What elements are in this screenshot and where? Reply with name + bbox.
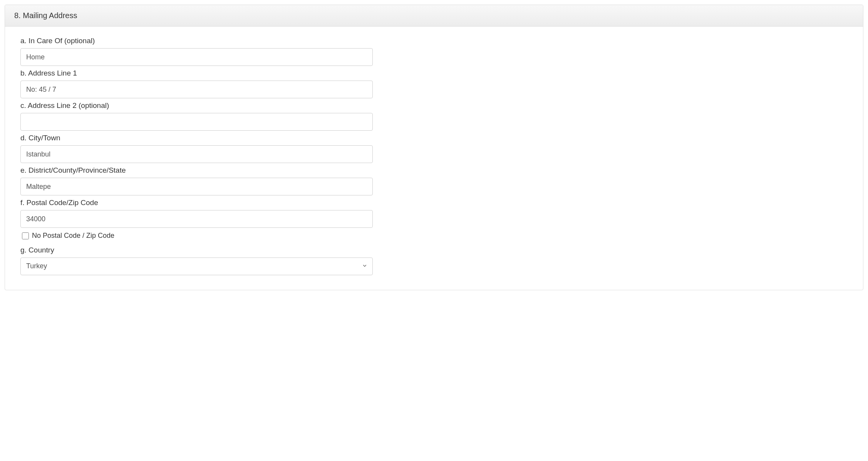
city-row: d. City/Town [20,134,848,163]
postal-row: f. Postal Code/Zip Code No Postal Code /… [20,199,848,240]
section-title: 8. Mailing Address [5,5,863,27]
no-postal-label: No Postal Code / Zip Code [32,232,114,240]
postal-input[interactable] [20,210,373,228]
address-line-1-label: b. Address Line 1 [20,69,848,77]
in-care-of-row: a. In Care Of (optional) [20,37,848,66]
postal-label: f. Postal Code/Zip Code [20,199,848,207]
form-body: a. In Care Of (optional) b. Address Line… [5,27,863,290]
address-line-1-row: b. Address Line 1 [20,69,848,98]
address-line-2-row: c. Address Line 2 (optional) [20,101,848,131]
district-label: e. District/County/Province/State [20,166,848,175]
country-label: g. Country [20,246,848,254]
no-postal-checkbox[interactable] [22,232,29,239]
district-input[interactable] [20,178,373,195]
address-line-2-input[interactable] [20,113,373,131]
country-select-wrapper: Turkey [20,257,373,275]
district-row: e. District/County/Province/State [20,166,848,195]
address-line-2-label: c. Address Line 2 (optional) [20,101,848,110]
country-select[interactable]: Turkey [20,257,373,275]
city-input[interactable] [20,145,373,163]
no-postal-row: No Postal Code / Zip Code [20,232,848,240]
mailing-address-panel: 8. Mailing Address a. In Care Of (option… [5,5,863,290]
address-line-1-input[interactable] [20,81,373,98]
city-label: d. City/Town [20,134,848,142]
country-row: g. Country Turkey [20,246,848,275]
in-care-of-input[interactable] [20,48,373,66]
in-care-of-label: a. In Care Of (optional) [20,37,848,45]
